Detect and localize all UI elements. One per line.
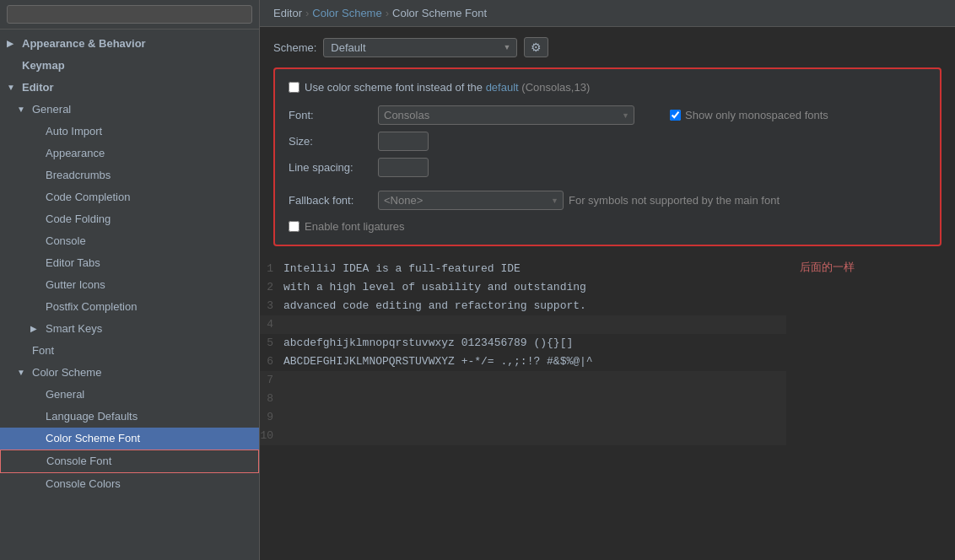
font-select-wrapper[interactable]: Consolas Arial Courier New (378, 105, 634, 125)
search-bar[interactable] (0, 0, 259, 30)
tree-item-appearance[interactable]: Appearance (0, 143, 259, 164)
tree-item-label-color-scheme-font: Color Scheme Font (46, 430, 140, 447)
tree-item-keymap[interactable]: Keymap (0, 55, 259, 77)
line-num-10: 10 (260, 427, 283, 445)
tree-item-label-code-folding: Code Folding (46, 211, 111, 228)
tree-item-breadcrumbs[interactable]: Breadcrumbs (0, 164, 259, 186)
preview-line-7: 7 (260, 371, 786, 390)
tree-item-console-colors[interactable]: Console Colors (0, 473, 259, 495)
tree-item-color-scheme[interactable]: ▼Color Scheme (0, 362, 259, 384)
ligature-checkbox[interactable] (289, 221, 299, 232)
tree-item-font[interactable]: Font (0, 340, 259, 362)
tree-item-language-defaults[interactable]: Language Defaults (0, 406, 259, 428)
size-label: Size: (289, 135, 373, 148)
scheme-select[interactable]: Default Darcula Monokai (323, 38, 517, 57)
arrow-icon-appearance-behavior: ▶ (7, 35, 17, 52)
default-muted: (Consolas,13) (521, 81, 590, 94)
tree-item-label-editor-tabs: Editor Tabs (46, 255, 100, 272)
scheme-label: Scheme: (273, 41, 316, 54)
tree-item-label-smart-keys: Smart Keys (46, 320, 102, 337)
size-input[interactable]: 13 (378, 132, 429, 151)
use-color-scheme-font-checkbox[interactable] (289, 82, 299, 93)
line-num-1: 1 (260, 260, 283, 278)
tree-item-label-gutter-icons: Gutter Icons (46, 277, 105, 293)
settings-content: Editor › Color Scheme › Color Scheme Fon… (260, 0, 955, 560)
ligature-row: Enable font ligatures (289, 220, 926, 233)
tree-item-label-code-completion: Code Completion (46, 189, 130, 206)
settings-sidebar: ▶Appearance & BehaviorKeymap▼Editor▼Gene… (0, 0, 260, 560)
font-settings-box: Use color scheme font instead of the def… (273, 67, 942, 246)
monospaced-checkbox[interactable] (670, 110, 681, 121)
preview-line-6: 6ABCDEFGHIJKLMNOPQRSTUVWXYZ +-*/= .,;:!?… (260, 353, 786, 371)
tree-item-code-folding[interactable]: Code Folding (0, 208, 259, 230)
preview-line-4: 4 (260, 315, 786, 334)
tree-item-color-scheme-font[interactable]: Color Scheme Font (0, 428, 259, 450)
tree-item-label-general: General (32, 101, 71, 118)
preview-area: 1IntelliJ IDEA is a full-featured IDE2wi… (260, 253, 955, 560)
line-spacing-input[interactable]: 1.2 (378, 158, 429, 177)
line-num-4: 4 (260, 315, 283, 334)
preview-line-10: 10 (260, 427, 786, 445)
tree-item-label-appearance-behavior: Appearance & Behavior (22, 35, 146, 52)
line-num-9: 9 (260, 408, 283, 427)
line-spacing-label: Line spacing: (289, 161, 373, 174)
tree-item-label-cs-general: General (46, 386, 84, 403)
tree-item-code-completion[interactable]: Code Completion (0, 186, 259, 208)
tree-item-editor[interactable]: ▼Editor (0, 77, 259, 99)
fallback-label: Fallback font: (289, 194, 373, 207)
scheme-select-wrapper[interactable]: Default Darcula Monokai (323, 38, 517, 57)
font-form-grid: Font: Consolas Arial Courier New Show on… (289, 105, 926, 177)
tree-item-smart-keys[interactable]: ▶Smart Keys (0, 318, 259, 340)
tree-item-general[interactable]: ▼General (0, 99, 259, 121)
use-color-scheme-font-label: Use color scheme font instead of the def… (305, 81, 590, 94)
breadcrumb-editor: Editor (273, 7, 302, 19)
tree-item-console-font[interactable]: Console Font (0, 450, 259, 473)
tree-item-label-console-font: Console Font (46, 453, 111, 470)
tree-item-label-color-scheme: Color Scheme (32, 364, 101, 381)
arrow-icon-editor: ▼ (7, 79, 17, 96)
font-select[interactable]: Consolas Arial Courier New (378, 105, 634, 125)
line-content-1: IntelliJ IDEA is a full-featured IDE (283, 260, 521, 278)
tree-item-label-console: Console (46, 233, 86, 250)
fallback-select[interactable]: <None> (378, 191, 564, 210)
tree-item-auto-import[interactable]: Auto Import (0, 121, 259, 143)
search-input[interactable] (7, 5, 252, 24)
fallback-note: For symbols not supported by the main fo… (569, 194, 926, 207)
tree-item-label-appearance: Appearance (46, 145, 105, 162)
line-num-7: 7 (260, 371, 283, 390)
arrow-icon-color-scheme: ▼ (17, 364, 27, 381)
tree-item-label-language-defaults: Language Defaults (46, 408, 138, 425)
line-num-3: 3 (260, 297, 283, 315)
preview-line-3: 3advanced code editing and refactoring s… (260, 297, 786, 315)
tree-item-cs-general[interactable]: General (0, 384, 259, 406)
gear-button[interactable]: ⚙ (524, 37, 548, 57)
line-content-3: advanced code editing and refactoring su… (283, 297, 586, 315)
monospaced-label: Show only monospaced fonts (685, 109, 828, 121)
line-num-2: 2 (260, 278, 283, 297)
preview-annotation: 后面的一样 (786, 253, 955, 560)
breadcrumb: Editor › Color Scheme › Color Scheme Fon… (260, 0, 955, 27)
tree-item-console[interactable]: Console (0, 230, 259, 252)
line-num-5: 5 (260, 334, 283, 353)
tree-item-editor-tabs[interactable]: Editor Tabs (0, 252, 259, 274)
tree-item-postfix-completion[interactable]: Postfix Completion (0, 296, 259, 318)
breadcrumb-color-scheme: Color Scheme (312, 7, 381, 19)
fallback-select-wrapper[interactable]: <None> (378, 191, 564, 210)
preview-line-2: 2with a high level of usability and outs… (260, 278, 786, 297)
tree-item-gutter-icons[interactable]: Gutter Icons (0, 274, 259, 296)
tree-item-appearance-behavior[interactable]: ▶Appearance & Behavior (0, 33, 259, 55)
line-content-5: abcdefghijklmnopqrstuvwxyz 0123456789 ()… (283, 334, 573, 353)
monospaced-checkbox-row: Show only monospaced fonts (670, 109, 926, 121)
preview-line-8: 8 (260, 390, 786, 408)
tree-item-label-breadcrumbs: Breadcrumbs (46, 167, 111, 184)
tree-item-label-editor: Editor (22, 79, 54, 96)
arrow-icon-general: ▼ (17, 101, 27, 118)
tree-item-label-console-colors: Console Colors (46, 476, 121, 493)
scheme-row: Scheme: Default Darcula Monokai ⚙ (260, 27, 955, 64)
preview-line-9: 9 (260, 408, 786, 427)
tree-item-label-font: Font (32, 342, 54, 359)
line-num-8: 8 (260, 390, 283, 408)
tree-item-label-keymap: Keymap (22, 57, 65, 74)
default-link[interactable]: default (486, 81, 519, 94)
ligature-label: Enable font ligatures (305, 220, 405, 233)
